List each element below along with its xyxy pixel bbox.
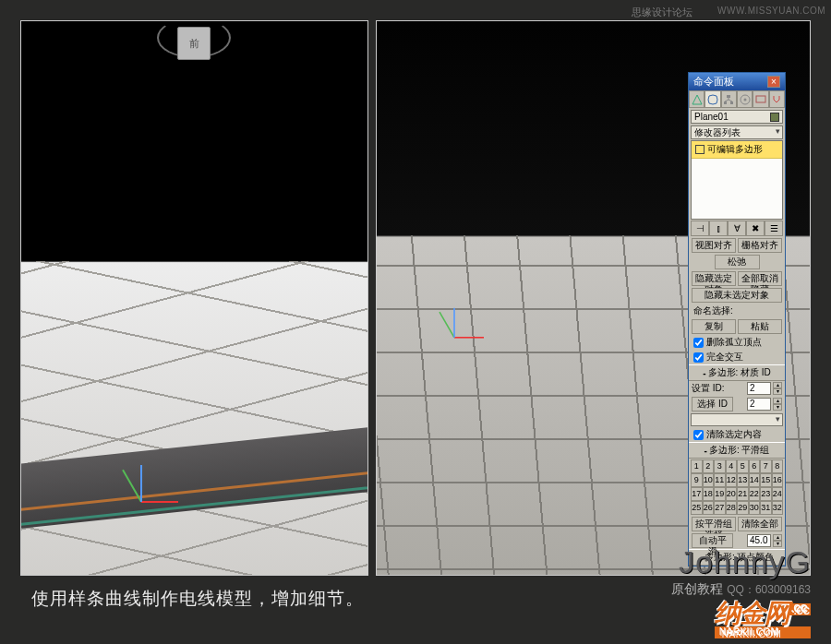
modifier-toggle-icon[interactable] xyxy=(695,145,705,154)
checkbox-icon[interactable] xyxy=(693,352,704,363)
modifier-editable-poly[interactable]: 可编辑多边形 xyxy=(692,141,782,159)
rollout-poly-smoothing[interactable]: 多边形: 平滑组 xyxy=(689,442,785,459)
remove-modifier-icon[interactable]: ✖ xyxy=(746,221,765,236)
check-full-interactive[interactable]: 完全交互 xyxy=(689,350,785,364)
smoothing-group-10[interactable]: 10 xyxy=(703,473,715,487)
make-unique-icon[interactable]: ∀ xyxy=(728,221,746,236)
button-copy[interactable]: 复制 xyxy=(692,319,736,334)
axis-z[interactable] xyxy=(453,308,455,338)
smoothing-group-11[interactable]: 11 xyxy=(714,473,726,487)
spinner-up-icon[interactable]: ▴ xyxy=(773,382,782,388)
checkbox-icon[interactable] xyxy=(693,338,704,348)
smoothing-group-4[interactable]: 4 xyxy=(726,459,738,473)
svg-rect-0 xyxy=(727,95,730,98)
command-panel-tabs xyxy=(689,90,785,108)
caption: 使用样条曲线制作电线模型，增加细节。 xyxy=(31,587,364,611)
modifier-label: 可编辑多边形 xyxy=(707,143,763,156)
smoothing-group-31[interactable]: 31 xyxy=(760,501,772,515)
object-name-field[interactable]: Plane01 xyxy=(691,110,783,124)
modifier-list-dropdown[interactable]: 修改器列表 xyxy=(691,125,783,139)
pin-stack-icon[interactable]: ⊣ xyxy=(691,221,709,236)
spinner-value[interactable]: 2 xyxy=(747,382,771,395)
smoothing-group-28[interactable]: 28 xyxy=(726,501,738,515)
button-relax[interactable]: 松弛 xyxy=(715,255,760,269)
tab-modify[interactable] xyxy=(705,90,720,108)
smoothing-group-23[interactable]: 23 xyxy=(760,487,772,501)
smoothing-group-9[interactable]: 9 xyxy=(691,473,703,487)
button-hide-selected[interactable]: 隐藏选定对象 xyxy=(692,271,736,286)
logo-text: 纳金网 xyxy=(715,599,789,627)
smoothing-group-30[interactable]: 30 xyxy=(749,501,761,515)
smoothing-group-16[interactable]: 16 xyxy=(772,473,784,487)
tab-display[interactable] xyxy=(753,90,768,108)
smoothing-group-18[interactable]: 18 xyxy=(703,487,715,501)
smoothing-group-15[interactable]: 15 xyxy=(760,473,772,487)
transform-gizmo-b[interactable] xyxy=(447,315,491,359)
smoothing-group-13[interactable]: 13 xyxy=(737,473,749,487)
smoothing-group-3[interactable]: 3 xyxy=(714,459,726,473)
configure-sets-icon[interactable]: ☰ xyxy=(765,221,783,236)
spinner-up-icon[interactable]: ▴ xyxy=(773,398,782,404)
smoothing-group-12[interactable]: 12 xyxy=(726,473,738,487)
close-icon[interactable]: × xyxy=(767,76,780,88)
transform-gizmo[interactable] xyxy=(132,473,187,529)
smoothing-group-32[interactable]: 32 xyxy=(772,501,784,515)
tab-create[interactable] xyxy=(689,90,705,108)
axis-x[interactable] xyxy=(454,337,484,339)
button-grid-align[interactable]: 栅格对齐 xyxy=(738,238,782,253)
spinner-select-id[interactable]: 2 ▴▾ xyxy=(747,398,782,411)
smoothing-group-21[interactable]: 21 xyxy=(737,487,749,501)
material-name-dropdown[interactable] xyxy=(691,413,783,426)
smoothing-group-7[interactable]: 7 xyxy=(760,459,772,473)
show-end-result-icon[interactable]: ⫿ xyxy=(709,221,728,236)
smoothing-group-27[interactable]: 27 xyxy=(714,501,726,515)
svg-rect-2 xyxy=(730,101,733,104)
rollout-poly-material-id[interactable]: 多边形: 材质 ID xyxy=(689,364,785,381)
tab-utilities[interactable] xyxy=(769,90,785,108)
smoothing-group-20[interactable]: 20 xyxy=(726,487,738,501)
watermark-logo: 纳金网.CC NARKII.COM xyxy=(715,596,811,638)
button-hide-unselected[interactable]: 隐藏未选定对象 xyxy=(692,288,782,303)
smoothing-group-22[interactable]: 22 xyxy=(749,487,761,501)
smoothing-group-1[interactable]: 1 xyxy=(691,459,703,473)
svg-point-4 xyxy=(743,98,746,101)
spinner-up-icon[interactable]: ▴ xyxy=(773,534,782,541)
smoothing-group-25[interactable]: 25 xyxy=(691,501,703,515)
button-select-id[interactable]: 选择 ID xyxy=(692,397,733,411)
axis-z[interactable] xyxy=(140,465,142,502)
floor-grid xyxy=(20,261,368,576)
tab-motion[interactable] xyxy=(737,90,753,108)
signature-name: JohnnyG xyxy=(671,544,811,580)
spinner-value[interactable]: 2 xyxy=(747,398,771,411)
object-color-swatch[interactable] xyxy=(770,113,779,122)
smoothing-group-24[interactable]: 24 xyxy=(772,487,784,501)
check-clear-selection[interactable]: 清除选定内容 xyxy=(689,427,785,442)
smoothing-group-19[interactable]: 19 xyxy=(714,487,726,501)
button-select-by-smooth[interactable]: 按平滑组选择 xyxy=(692,517,736,531)
axis-x[interactable] xyxy=(141,501,178,503)
smoothing-group-17[interactable]: 17 xyxy=(691,487,703,501)
spinner-down-icon[interactable]: ▾ xyxy=(773,404,782,411)
button-unhide-all[interactable]: 全部取消隐藏 xyxy=(738,271,782,286)
viewcube[interactable]: 前 xyxy=(177,27,211,60)
smoothing-group-2[interactable]: 2 xyxy=(703,459,715,473)
modifier-stack[interactable]: 可编辑多边形 xyxy=(691,140,783,220)
smoothing-group-14[interactable]: 14 xyxy=(749,473,761,487)
smoothing-group-5[interactable]: 5 xyxy=(737,459,749,473)
smoothing-group-8[interactable]: 8 xyxy=(772,459,784,473)
viewport-perspective-a[interactable]: 前 xyxy=(20,20,368,576)
floor-mesh xyxy=(20,20,368,576)
modifier-stack-tools: ⊣ ⫿ ∀ ✖ ☰ xyxy=(691,221,783,236)
check-delete-isolated[interactable]: 删除孤立顶点 xyxy=(689,335,785,350)
button-view-align[interactable]: 视图对齐 xyxy=(692,238,736,253)
spinner-set-id[interactable]: 2 ▴▾ xyxy=(747,382,782,395)
button-paste[interactable]: 粘贴 xyxy=(738,319,782,334)
spinner-down-icon[interactable]: ▾ xyxy=(773,388,782,395)
smoothing-group-6[interactable]: 6 xyxy=(749,459,761,473)
tab-hierarchy[interactable] xyxy=(721,90,737,108)
button-clear-all-smooth[interactable]: 清除全部 xyxy=(738,517,782,531)
smoothing-group-29[interactable]: 29 xyxy=(737,501,749,515)
panel-titlebar[interactable]: 命令面板 × xyxy=(689,73,785,90)
smoothing-group-26[interactable]: 26 xyxy=(703,501,715,515)
checkbox-icon[interactable] xyxy=(693,430,704,440)
